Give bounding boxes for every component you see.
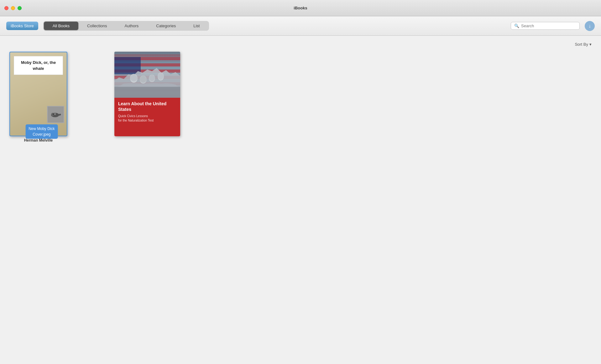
tab-list[interactable]: List bbox=[185, 22, 208, 30]
svg-rect-12 bbox=[114, 57, 141, 74]
moby-dick-cover-wrapper: Moby Dick, or, the whale New Mob bbox=[9, 52, 67, 143]
content-area: Sort By ▾ Moby Dick, or, the whale bbox=[0, 36, 601, 364]
tabs-container: All Books Collections Authors Categories… bbox=[43, 21, 209, 31]
moby-dick-author: Herman Melville bbox=[9, 138, 67, 143]
svg-point-2 bbox=[54, 113, 56, 115]
sort-bar: Sort By ▾ bbox=[9, 42, 592, 47]
tooltip-line2: Cover.jpeg bbox=[33, 132, 50, 137]
learn-us-cover-top bbox=[114, 52, 180, 98]
tab-categories[interactable]: Categories bbox=[147, 22, 185, 30]
moby-dick-title: Moby Dick, or, the whale bbox=[21, 60, 56, 71]
sort-by-arrow: ▾ bbox=[589, 42, 592, 47]
sort-by-label: Sort By bbox=[575, 42, 588, 47]
rushmore-background bbox=[114, 52, 180, 98]
whale-icon bbox=[50, 109, 62, 120]
search-box[interactable]: 🔍 bbox=[511, 22, 580, 30]
search-icon: 🔍 bbox=[514, 23, 519, 28]
book-item-learn-us[interactable]: Learn About the United States Quick Civi… bbox=[114, 52, 180, 136]
svg-point-3 bbox=[53, 114, 54, 115]
learn-us-cover-wrapper: Learn About the United States Quick Civi… bbox=[114, 52, 180, 136]
tooltip-line1: New Moby Dick bbox=[29, 127, 55, 131]
tab-authors[interactable]: Authors bbox=[116, 22, 148, 30]
maximize-button[interactable] bbox=[18, 6, 22, 10]
window-title: iBooks bbox=[294, 6, 307, 10]
learn-us-subtitle-line1: Quick Civics Lessons bbox=[118, 114, 148, 118]
moby-dick-title-box: Moby Dick, or, the whale bbox=[14, 56, 63, 75]
moby-dick-cover: Moby Dick, or, the whale New Mob bbox=[9, 52, 67, 136]
learn-us-title: Learn About the United States bbox=[118, 101, 176, 112]
moby-dick-tooltip: New Moby Dick Cover.jpeg bbox=[25, 124, 58, 139]
tab-all-books[interactable]: All Books bbox=[44, 22, 78, 30]
learn-us-subtitle-line2: for the Naturalization Test bbox=[118, 119, 154, 122]
search-input[interactable] bbox=[521, 23, 576, 28]
close-button[interactable] bbox=[4, 6, 8, 10]
window-controls bbox=[4, 6, 22, 10]
sort-by-button[interactable]: Sort By ▾ bbox=[575, 42, 592, 47]
titlebar: iBooks bbox=[0, 0, 601, 16]
moby-dick-whale-image bbox=[47, 106, 64, 123]
books-grid: Moby Dick, or, the whale New Mob bbox=[9, 52, 592, 143]
download-button[interactable]: ↓ bbox=[585, 21, 595, 31]
book-item-moby-dick[interactable]: Moby Dick, or, the whale New Mob bbox=[9, 52, 67, 143]
ibooks-store-button[interactable]: iBooks Store bbox=[6, 22, 38, 30]
tab-collections[interactable]: Collections bbox=[78, 22, 116, 30]
learn-us-subtitle: Quick Civics Lessons for the Naturalizat… bbox=[118, 114, 176, 123]
download-icon: ↓ bbox=[588, 23, 591, 29]
learn-us-cover-bottom: Learn About the United States Quick Civi… bbox=[114, 98, 180, 136]
toolbar: iBooks Store All Books Collections Autho… bbox=[0, 16, 601, 36]
minimize-button[interactable] bbox=[11, 6, 15, 10]
learn-us-cover: Learn About the United States Quick Civi… bbox=[114, 52, 180, 136]
rushmore-silhouette bbox=[114, 57, 180, 98]
